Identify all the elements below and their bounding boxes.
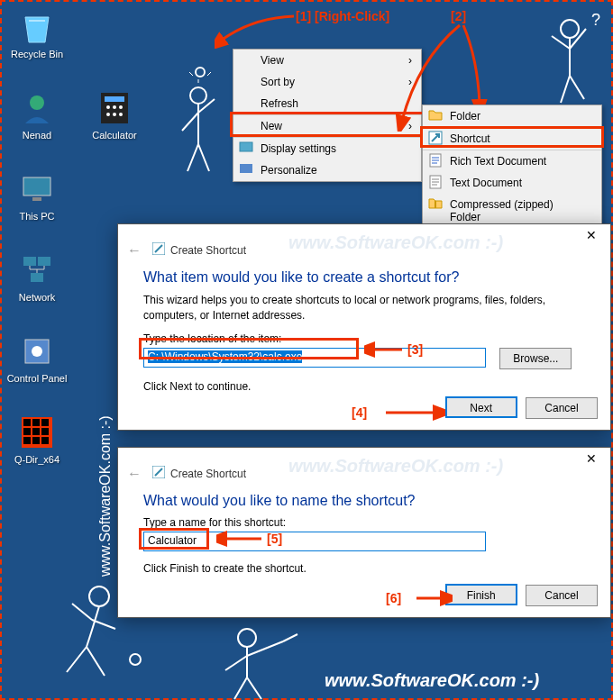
svg-point-5 [119, 105, 123, 109]
desktop-icon-nenad[interactable]: Nenad [5, 90, 69, 141]
finish-button[interactable]: Finish [445, 584, 517, 605]
arrow-6 [413, 589, 453, 607]
svg-point-7 [113, 113, 116, 116]
rtf-icon [428, 153, 443, 168]
annotation-4: [4] [352, 405, 367, 420]
svg-rect-26 [240, 142, 252, 151]
svg-rect-22 [41, 428, 49, 435]
svg-rect-23 [23, 437, 31, 444]
stick-figure-running [45, 577, 153, 694]
shortcut-icon [152, 466, 165, 478]
cancel-button[interactable]: Cancel [526, 397, 598, 419]
control-panel-icon [19, 333, 55, 369]
svg-point-15 [32, 346, 42, 357]
personalize-icon [239, 162, 253, 177]
next-button[interactable]: Next [445, 396, 517, 418]
watermark-vertical: www.SoftwareOK.com :-) [97, 415, 114, 577]
desktop-icon-recycle-bin[interactable]: Recycle Bin [5, 9, 69, 59]
svg-point-3 [106, 105, 110, 109]
svg-point-40 [238, 629, 256, 647]
svg-rect-21 [32, 428, 40, 435]
shortcut-icon [152, 242, 165, 255]
svg-rect-24 [32, 437, 40, 444]
network-icon [19, 252, 55, 288]
name-label: Type a name for this shortcut: [143, 516, 585, 529]
desktop-icon-control-panel[interactable]: Control Panel [5, 333, 69, 384]
svg-rect-12 [38, 257, 50, 266]
dialog-hint: Click Next to continue. [143, 380, 585, 393]
highlight-shortcut [420, 126, 604, 148]
highlight-name-value [139, 528, 209, 550]
desktop-icon-qdir[interactable]: Q-Dir_x64 [5, 414, 69, 465]
annotation-5: [5] [267, 532, 282, 546]
svg-rect-10 [32, 197, 41, 201]
watermark-bottom: www.SoftwareOK.com :-) [325, 670, 539, 691]
svg-point-0 [30, 95, 44, 110]
dialog-create-shortcut-location: ✕ ← Create Shortcut What item would you … [117, 223, 611, 431]
svg-rect-11 [23, 257, 36, 266]
svg-rect-9 [23, 177, 50, 195]
back-button[interactable]: ← [127, 466, 142, 482]
watermark: www.SoftwareOK.com :-) [288, 232, 503, 253]
watermark: www.SoftwareOK.com :-) [288, 456, 503, 477]
stick-figure-thinking: ? [541, 13, 604, 112]
svg-point-8 [119, 113, 123, 116]
svg-rect-31 [435, 201, 436, 208]
svg-point-33 [196, 68, 205, 77]
arrow-5 [216, 530, 263, 548]
svg-point-34 [561, 20, 579, 38]
dialog-title: Create Shortcut [170, 468, 246, 480]
ctx-personalize[interactable]: Personalize [233, 159, 421, 181]
desktop-icon-calculator[interactable]: Calculator [83, 90, 146, 141]
svg-point-38 [89, 586, 109, 606]
zip-icon [428, 196, 443, 211]
txt-icon [428, 175, 443, 189]
browse-button[interactable]: Browse... [499, 348, 572, 369]
svg-point-32 [190, 87, 206, 104]
annotation-2: [2] [451, 9, 466, 23]
svg-text:?: ? [591, 13, 600, 29]
svg-point-6 [106, 113, 110, 116]
user-icon [19, 90, 55, 126]
svg-rect-25 [41, 437, 49, 444]
svg-rect-18 [32, 419, 40, 426]
close-button[interactable]: ✕ [578, 228, 605, 246]
svg-rect-17 [23, 419, 31, 426]
arrow-3 [364, 341, 404, 359]
back-button[interactable]: ← [127, 242, 142, 259]
qdir-icon [19, 414, 55, 450]
dialog-hint: Click Finish to create the shortcut. [143, 562, 585, 575]
arrow-1 [215, 13, 296, 49]
desktop-icon-network[interactable]: Network [5, 252, 69, 303]
svg-point-39 [130, 654, 141, 665]
cancel-button[interactable]: Cancel [526, 585, 598, 606]
annotation-6: [6] [386, 591, 401, 605]
svg-rect-20 [23, 428, 31, 435]
calculator-icon [96, 90, 133, 126]
svg-rect-27 [240, 164, 252, 173]
folder-icon [428, 108, 443, 123]
desktop-icon-this-pc[interactable]: This PC [5, 171, 69, 222]
ctx-display-settings[interactable]: Display settings [233, 138, 421, 159]
dialog-desc: This wizard helps you to create shortcut… [143, 293, 585, 323]
svg-point-4 [113, 105, 116, 109]
stick-figure-idea [171, 63, 225, 180]
svg-rect-2 [105, 96, 124, 102]
ctx-txt[interactable]: Text Document [423, 172, 601, 194]
highlight-location-input [139, 338, 359, 359]
display-icon [239, 141, 253, 155]
stick-figure-pointing [207, 622, 306, 700]
annotation-3: [3] [407, 342, 423, 357]
close-button[interactable]: ✕ [578, 451, 605, 469]
svg-rect-13 [31, 273, 43, 282]
computer-icon [19, 171, 55, 207]
dialog-title: Create Shortcut [170, 244, 246, 257]
ctx-rtf[interactable]: Rich Text Document [423, 150, 601, 172]
context-menu-new: Folder Shortcut Rich Text Document Text … [422, 105, 602, 229]
svg-rect-19 [41, 419, 49, 426]
recycle-bin-icon [19, 9, 55, 45]
annotation-1: [1] [Right-Click] [296, 9, 389, 23]
arrow-4 [382, 404, 445, 422]
